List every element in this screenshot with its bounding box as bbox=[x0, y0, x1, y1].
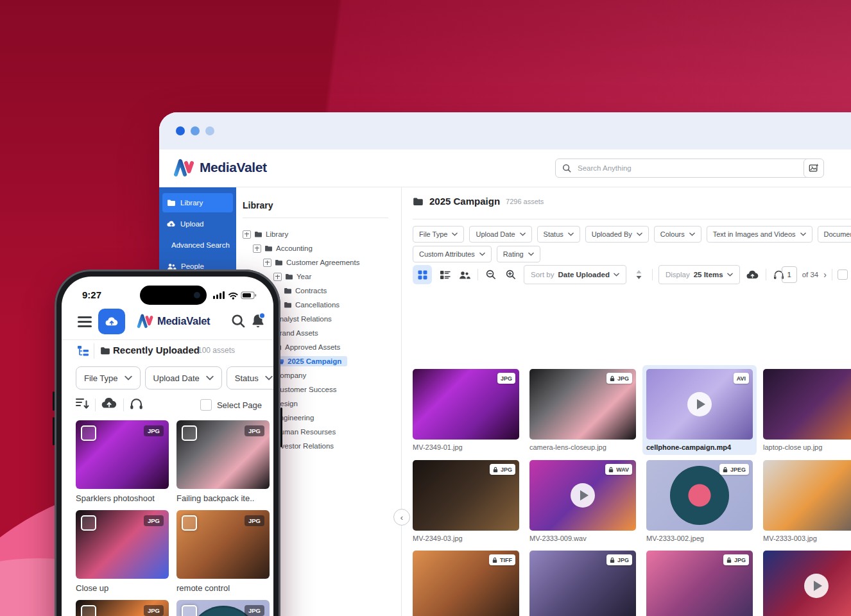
mediavalet-logo-mark bbox=[137, 313, 154, 329]
collapse-panel-button[interactable]: ‹ bbox=[393, 509, 410, 526]
select-checkbox[interactable] bbox=[182, 425, 197, 441]
asset-tile[interactable]: JPG Camera-close-up.jpg bbox=[646, 551, 753, 616]
asset-tile[interactable]: JPG bbox=[176, 600, 270, 616]
tree-item-label: Customer Success bbox=[275, 386, 337, 393]
faces-view-button[interactable] bbox=[458, 266, 472, 284]
chevron-down-icon bbox=[479, 252, 485, 256]
asset-tile[interactable]: JPG MV-2349-03.jpg bbox=[413, 460, 519, 542]
filter-upload-date[interactable]: Upload Date bbox=[145, 366, 222, 389]
list-view-button[interactable] bbox=[438, 266, 452, 284]
format-badge: JPG bbox=[606, 554, 632, 565]
upload-button[interactable] bbox=[98, 309, 125, 334]
asset-thumbnail: JPG bbox=[76, 600, 169, 616]
filter-file-type[interactable]: File Type bbox=[413, 226, 464, 243]
asset-filename: camera-lens-closeup.jpg bbox=[529, 443, 636, 451]
page-number-input[interactable]: 1 bbox=[782, 266, 797, 283]
asset-tile[interactable]: WAV MV-2333-009.wav bbox=[529, 460, 636, 542]
filter-upload-date[interactable]: Upload Date bbox=[469, 226, 531, 243]
asset-tile[interactable]: JPG MV-2349-01.jpg bbox=[413, 369, 519, 451]
asset-tile[interactable]: MV-2333-003.jpg bbox=[763, 460, 851, 542]
image-search-button[interactable] bbox=[804, 158, 824, 178]
asset-tile[interactable]: JPG man-VR-event.jpg bbox=[529, 551, 636, 616]
select-page-control: Select Page bbox=[200, 399, 262, 411]
play-icon[interactable] bbox=[687, 392, 712, 416]
sidebar-item-label: Upload bbox=[180, 220, 203, 228]
next-page-button[interactable]: › bbox=[823, 270, 827, 280]
faces-view-icon bbox=[459, 271, 470, 279]
sidebar-item-advanced-search[interactable]: Advanced Search bbox=[162, 235, 233, 255]
expand-icon[interactable] bbox=[243, 230, 251, 239]
asset-filename: cellphone-campaign.mp4 bbox=[646, 443, 753, 451]
tree-item[interactable]: Accounting bbox=[236, 241, 401, 255]
sort-direction-button[interactable] bbox=[632, 266, 646, 284]
asset-tile[interactable]: laptop-close up.jpg bbox=[763, 369, 851, 451]
zoom-out-button[interactable] bbox=[484, 266, 498, 284]
asset-tile[interactable]: MV-2333-006.avi bbox=[763, 551, 851, 616]
expand-icon[interactable] bbox=[253, 244, 261, 253]
tree-item[interactable]: Library bbox=[236, 227, 401, 241]
prev-page-button[interactable]: ‹ bbox=[773, 270, 777, 280]
filter-rating[interactable]: Rating bbox=[497, 246, 540, 262]
upload-button[interactable] bbox=[746, 266, 760, 284]
play-icon[interactable] bbox=[571, 483, 595, 508]
search-icon[interactable] bbox=[231, 314, 245, 330]
expand-icon[interactable] bbox=[273, 273, 282, 281]
filter-status[interactable]: Status bbox=[227, 366, 273, 389]
tree-view-icon[interactable] bbox=[77, 345, 89, 359]
asset-tile[interactable]: TIFF remote-controller.tiff bbox=[413, 551, 519, 616]
notification-bell-icon[interactable] bbox=[250, 312, 266, 332]
asset-tile-selected[interactable]: AVI cellphone-campaign.mp4 bbox=[646, 369, 753, 451]
format-badge: JPG bbox=[144, 605, 164, 616]
filter-custom-attributes[interactable]: Custom Attributes bbox=[413, 246, 492, 262]
tree-item[interactable]: Customer Agreements bbox=[236, 255, 401, 270]
filter-file-type[interactable]: File Type bbox=[76, 366, 141, 389]
search-bar[interactable] bbox=[555, 158, 811, 178]
filter-uploaded-by[interactable]: Uploaded By bbox=[585, 226, 649, 243]
select-checkbox[interactable] bbox=[182, 605, 197, 616]
asset-tile[interactable]: JPEG MV-2333-002.jpeg bbox=[646, 460, 753, 542]
tree-item-label: Cancellations bbox=[295, 301, 340, 309]
select-page-checkbox[interactable] bbox=[838, 270, 848, 280]
separator bbox=[95, 398, 96, 411]
tree-item-label: Approved Assets bbox=[285, 343, 340, 351]
filter-colours[interactable]: Colours bbox=[654, 226, 701, 243]
upload-button[interactable] bbox=[101, 397, 117, 411]
asset-thumbnail: JPG bbox=[176, 600, 270, 616]
asset-tile[interactable]: JPG camera-lens-closeup.jpg bbox=[529, 369, 636, 451]
grid-view-button[interactable] bbox=[413, 265, 432, 284]
asset-tile[interactable]: JPG bbox=[76, 600, 169, 616]
filter-document-text[interactable]: Document Text bbox=[818, 226, 851, 243]
sort-dropdown[interactable]: Sort by Date Uploaded bbox=[524, 265, 626, 284]
filter-text-in-images[interactable]: Text in Images and Videos bbox=[707, 226, 812, 243]
zoom-in-button[interactable] bbox=[504, 266, 518, 284]
sidebar-item-library[interactable]: Library bbox=[162, 193, 233, 212]
clock: 9:27 bbox=[82, 289, 101, 300]
play-icon[interactable] bbox=[804, 574, 829, 598]
select-checkbox[interactable] bbox=[81, 515, 96, 531]
folder-icon bbox=[413, 197, 424, 206]
select-checkbox[interactable] bbox=[81, 605, 96, 616]
headset-button[interactable] bbox=[130, 397, 143, 413]
expand-icon[interactable] bbox=[263, 259, 271, 267]
asset-tile[interactable]: JPG Close up bbox=[76, 510, 169, 593]
asset-tile[interactable]: JPG Failing backpack ite.. bbox=[176, 420, 270, 503]
asset-tile[interactable]: JPG remote control bbox=[176, 510, 270, 593]
phone-section-header: Recently Uploaded 100 assets bbox=[62, 343, 273, 361]
sidebar-item-upload[interactable]: Upload bbox=[162, 214, 233, 234]
sort-label: Sort by bbox=[531, 271, 554, 278]
chevron-down-icon bbox=[568, 232, 574, 236]
format-badge: JPG bbox=[144, 425, 164, 436]
select-page-checkbox[interactable] bbox=[200, 399, 212, 411]
select-checkbox[interactable] bbox=[182, 515, 197, 531]
sort-icon[interactable] bbox=[76, 397, 90, 413]
menu-icon[interactable] bbox=[78, 316, 92, 327]
folder-icon bbox=[275, 259, 283, 266]
filter-status[interactable]: Status bbox=[537, 226, 580, 243]
asset-tile[interactable]: JPG Sparklers photoshoot bbox=[76, 420, 169, 503]
display-dropdown[interactable]: Display 25 Items bbox=[658, 265, 740, 284]
search-input[interactable] bbox=[576, 164, 804, 173]
select-checkbox[interactable] bbox=[81, 425, 96, 441]
asset-filename: MV-2333-002.jpeg bbox=[646, 535, 753, 542]
chevron-down-icon bbox=[528, 252, 534, 256]
notification-dot bbox=[259, 313, 265, 319]
